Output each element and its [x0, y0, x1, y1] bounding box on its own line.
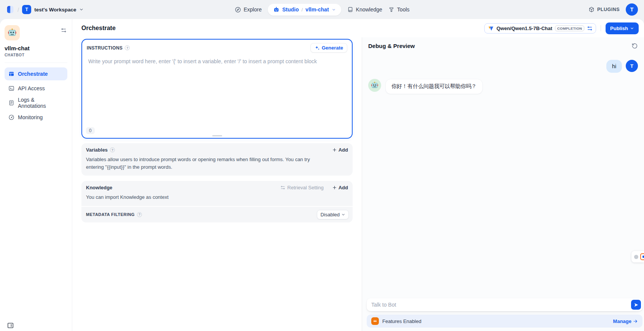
sliders-icon	[280, 185, 285, 190]
terminal-icon	[8, 85, 14, 91]
user-avatar[interactable]: T	[626, 3, 638, 16]
send-icon	[634, 302, 639, 307]
instructions-input[interactable]	[88, 58, 346, 124]
knowledge-description: You can import Knowledge as context	[81, 193, 353, 206]
restart-conversation-icon[interactable]	[631, 43, 638, 49]
instructions-title: INSTRUCTIONS	[87, 45, 122, 51]
debug-preview-title: Debug & Preview	[368, 43, 415, 49]
top-header: / T test's Workspace Explore Studio / vl…	[0, 0, 644, 19]
metadata-filtering-title: METADATA FILTERING	[86, 212, 135, 217]
knowledge-section: Knowledge Retrieval Setting Add	[81, 181, 353, 222]
sidebar-item-monitoring[interactable]: Monitoring	[5, 111, 67, 124]
orchestrate-panel: INSTRUCTIONS ? Generate 0	[72, 37, 362, 331]
hammer-icon	[388, 6, 394, 13]
content-area: vllm-chat CHATBOT Orchestrate API Access…	[0, 19, 644, 331]
resize-handle[interactable]	[212, 135, 222, 136]
char-count-badge: 0	[86, 127, 95, 134]
robot-emoji-icon	[371, 82, 378, 89]
nav-tools[interactable]: Tools	[388, 6, 410, 13]
plus-icon	[332, 147, 337, 152]
model-mode-badge: COMPLETION	[555, 26, 584, 31]
arrow-right-icon	[633, 319, 638, 324]
orchestrate-topbar: Orchestrate Qwen/Qwen1.5-7B-Chat COMPLET…	[72, 19, 644, 37]
robot-emoji-icon	[8, 28, 17, 37]
bot-message-bubble: 你好！有什么问题我可以帮助你吗？	[385, 79, 483, 94]
panel-collapse-icon	[7, 322, 14, 329]
user-avatar: T	[626, 60, 638, 72]
nav-app-label: vllm-chat	[305, 6, 329, 13]
app-name: vllm-chat	[5, 45, 67, 51]
vllm-logo-icon	[488, 26, 494, 31]
send-button[interactable]	[631, 300, 641, 310]
chevron-down-icon	[630, 26, 634, 30]
help-icon[interactable]: ?	[110, 147, 115, 152]
metadata-filtering-dropdown[interactable]: Disabled	[317, 210, 349, 219]
publish-button[interactable]: Publish	[606, 22, 639, 34]
chat-input-dock: Features Enabled Manage	[367, 298, 642, 328]
orchestrate-icon	[8, 71, 14, 77]
instructions-panel: INSTRUCTIONS ? Generate 0	[81, 39, 353, 139]
help-icon[interactable]: ?	[137, 212, 142, 217]
variables-description: Variables allow users to introduce promp…	[81, 156, 325, 176]
add-variable-button[interactable]: Add	[332, 147, 348, 153]
nav-studio-pill[interactable]: Studio / vllm-chat	[268, 4, 341, 16]
app-icon[interactable]	[5, 25, 20, 40]
sidebar-item-logs-annotations[interactable]: Logs & Annotations	[5, 96, 67, 109]
retrieval-setting-button[interactable]: Retrieval Setting	[280, 185, 323, 190]
add-knowledge-button[interactable]: Add	[332, 185, 348, 190]
features-icon	[371, 317, 379, 325]
status-dot	[634, 255, 638, 259]
collapse-sidebar-button[interactable]	[7, 322, 14, 329]
plugins-button[interactable]: PLUGINS	[588, 6, 620, 13]
plus-icon	[332, 185, 337, 190]
chevron-down-icon	[341, 213, 345, 217]
bot-avatar	[368, 79, 381, 92]
chevron-down-icon	[332, 8, 336, 12]
app-sidebar: vllm-chat CHATBOT Orchestrate API Access…	[0, 19, 72, 331]
chat-input[interactable]	[367, 298, 642, 311]
app-type-label: CHATBOT	[5, 53, 67, 57]
model-selector[interactable]: Qwen/Qwen1.5-7B-Chat COMPLETION	[484, 23, 596, 34]
sidebar-item-orchestrate[interactable]: Orchestrate	[5, 67, 67, 80]
sidebar-item-api-access[interactable]: API Access	[5, 82, 67, 95]
workspace-avatar[interactable]: T	[22, 5, 31, 14]
cube-icon	[588, 6, 595, 13]
plugin-badge-icon	[640, 253, 644, 260]
robot-icon	[273, 6, 280, 13]
explore-icon	[234, 6, 241, 13]
workspace-name[interactable]: test's Workspace	[34, 7, 76, 13]
app-settings-icon[interactable]	[61, 27, 67, 35]
chat-message-user: hi T	[368, 60, 638, 73]
manage-features-link[interactable]: Manage	[613, 318, 638, 324]
metadata-filtering-row: METADATA FILTERING ? Disabled	[81, 207, 353, 222]
debug-preview-panel: Debug & Preview hi T	[362, 37, 644, 331]
variables-section: Variables ? Add Variables allow users to…	[81, 143, 353, 176]
sparkles-icon	[315, 45, 320, 51]
divider	[601, 25, 601, 31]
model-params-icon	[587, 26, 593, 31]
logs-icon	[8, 100, 14, 106]
variables-title: Variables	[86, 147, 108, 153]
gauge-icon	[8, 114, 14, 120]
help-icon[interactable]: ?	[125, 45, 130, 50]
nav-studio-label: Studio	[282, 6, 299, 13]
nav-explore[interactable]: Explore	[234, 6, 261, 13]
chat-area: hi T 你好！有什么问题我可以帮助你吗？	[362, 49, 644, 331]
floating-helper-widget[interactable]	[631, 251, 644, 262]
chevron-down-icon[interactable]	[79, 7, 84, 12]
book-icon	[347, 6, 353, 13]
main-nav: Explore Studio / vllm-chat Knowledge Too…	[234, 0, 409, 19]
page-title: Orchestrate	[81, 25, 116, 32]
nav-knowledge[interactable]: Knowledge	[347, 6, 382, 13]
model-name: Qwen/Qwen1.5-7B-Chat	[496, 26, 552, 31]
generate-button[interactable]: Generate	[310, 43, 347, 53]
user-message-bubble: hi	[606, 60, 622, 73]
breadcrumb-slash: /	[17, 6, 19, 13]
knowledge-title: Knowledge	[86, 185, 112, 190]
chat-message-bot: 你好！有什么问题我可以帮助你吗？	[368, 79, 638, 94]
dify-logo[interactable]	[6, 5, 14, 14]
app-window: / T test's Workspace Explore Studio / vl…	[0, 0, 644, 331]
features-bar: Features Enabled Manage	[367, 315, 642, 328]
features-enabled-label: Features Enabled	[382, 318, 421, 324]
divider	[5, 62, 67, 63]
